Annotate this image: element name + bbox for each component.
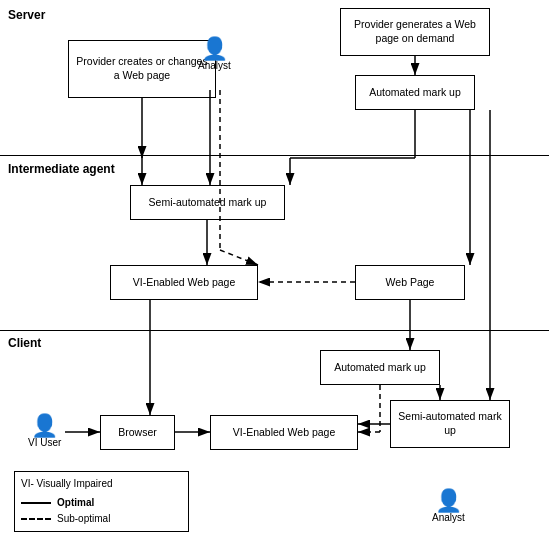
legend-optimal-label: Optimal xyxy=(57,497,94,508)
box-vi-enabled-intermediate: VI-Enabled Web page xyxy=(110,265,258,300)
vi-user-icon: 👤 xyxy=(31,415,58,437)
box-vi-enabled-client: VI-Enabled Web page xyxy=(210,415,358,450)
box-provider-generates: Provider generates a Web page on demand xyxy=(340,8,490,56)
legend-dashed-line xyxy=(21,518,51,520)
box-provider-creates: Provider creates or changes a Web page xyxy=(68,40,216,98)
svg-line-22 xyxy=(220,250,258,265)
analyst-server-icon: 👤 xyxy=(201,38,228,60)
server-label: Server xyxy=(8,8,45,22)
analyst-client: 👤 Analyst xyxy=(432,490,465,523)
intermediate-label: Intermediate agent xyxy=(8,162,115,176)
vi-user: 👤 VI User xyxy=(28,415,61,448)
divider-server-intermediate xyxy=(0,155,549,156)
box-automated-client: Automated mark up xyxy=(320,350,440,385)
box-browser: Browser xyxy=(100,415,175,450)
legend: VI- Visually Impaired Optimal Sub-optima… xyxy=(14,471,189,532)
diagram: Server Intermediate agent Client Provide… xyxy=(0,0,549,552)
box-web-page: Web Page xyxy=(355,265,465,300)
legend-solid-line xyxy=(21,502,51,504)
box-automated-server: Automated mark up xyxy=(355,75,475,110)
box-semi-automated-intermediate: Semi-automated mark up xyxy=(130,185,285,220)
legend-suboptimal-label: Sub-optimal xyxy=(57,511,110,527)
box-semi-automated-client: Semi-automated mark up xyxy=(390,400,510,448)
legend-title: VI- Visually Impaired xyxy=(21,476,182,492)
divider-intermediate-client xyxy=(0,330,549,331)
analyst-server: 👤 Analyst xyxy=(198,38,231,71)
client-label: Client xyxy=(8,336,41,350)
analyst-client-icon: 👤 xyxy=(435,490,462,512)
